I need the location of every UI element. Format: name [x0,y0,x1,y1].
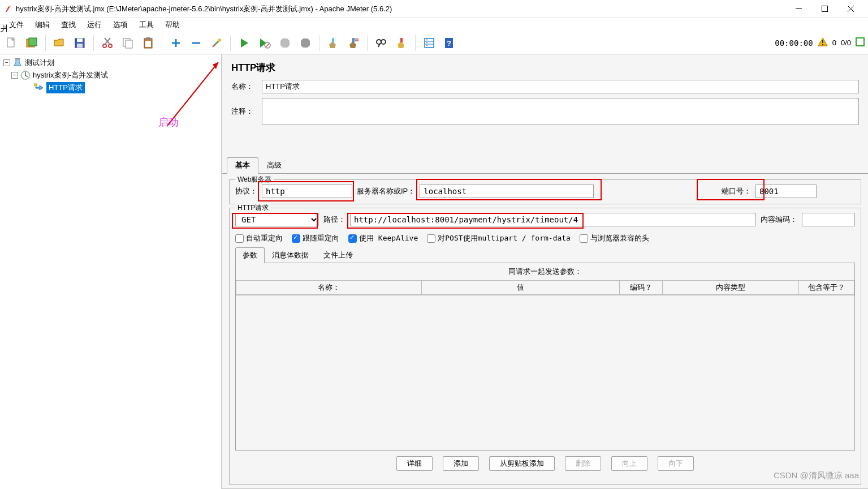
maximize-button[interactable] [811,0,837,18]
save-icon[interactable] [72,35,88,51]
btn-down[interactable]: 向下 [658,456,694,471]
expand-icon[interactable] [168,35,184,51]
annotation-start-label: 启动 [158,115,179,129]
tree-root-row[interactable]: − 测试计划 [0,57,221,69]
function-helper-icon[interactable] [421,35,437,51]
menu-help[interactable]: 帮助 [159,18,185,32]
menu-run[interactable]: 运行 [81,18,107,32]
svg-point-22 [218,38,221,42]
tree-group-row[interactable]: − hystrix案例-高并发测试 [0,69,221,82]
test-plan-icon [12,58,23,68]
itab-body[interactable]: 消息体数据 [265,247,316,263]
comment-input[interactable] [262,98,859,125]
thread-count: 0/0 [841,38,851,47]
toggle-icon[interactable] [209,35,224,51]
stop-button[interactable] [277,35,293,51]
help-icon[interactable]: ? [442,35,457,51]
start-no-pause-button[interactable] [257,35,273,51]
menu-tools[interactable]: 工具 [133,18,159,32]
params-title: 同请求一起发送参数： [236,263,854,280]
path-label: 路径： [323,215,346,225]
col-value[interactable]: 值 [421,281,619,295]
menubar: 文件 编辑 查找 运行 选项 工具 帮助 [0,18,868,32]
btn-add[interactable]: 添加 [443,456,479,471]
svg-point-40 [822,44,823,45]
server-input[interactable] [420,185,594,198]
button-row: 详细 添加 从剪贴板添加 删除 向上 向下 [235,451,855,479]
svg-rect-26 [352,38,355,42]
cb-autoredirect[interactable] [235,234,244,243]
params-body[interactable] [236,295,854,450]
menu-search[interactable]: 查找 [55,18,81,32]
port-label: 端口号： [722,186,751,196]
col-name[interactable]: 名称： [236,281,422,295]
minimize-button[interactable] [785,0,811,18]
server-label: 服务器名称或IP： [357,186,415,196]
toolbar-status: 00:00:00 0 0/0 [775,37,865,48]
clear-icon[interactable] [325,35,341,51]
svg-rect-17 [146,37,150,40]
tree-http-row[interactable]: HTTP请求 [0,82,221,94]
col-encode[interactable]: 编码？ [619,281,663,295]
encoding-label: 内容编码： [761,215,797,225]
itab-files[interactable]: 文件上传 [316,247,360,263]
app-feather-icon [5,5,12,13]
svg-point-10 [103,44,106,48]
encoding-input[interactable] [802,213,855,226]
menu-edit[interactable]: 编辑 [29,18,55,32]
path-input[interactable] [350,213,756,226]
close-button[interactable] [837,0,863,18]
window-title: hystrix案例-高并发测试.jmx (E:\JMeter\apache-jm… [16,4,785,14]
tab-advanced[interactable]: 高级 [258,157,290,174]
tree-toggle-icon[interactable]: − [11,72,18,79]
svg-rect-1 [822,6,827,12]
svg-rect-31 [425,38,434,48]
btn-detail[interactable]: 详细 [396,456,433,471]
menu-options[interactable]: 选项 [107,18,133,32]
tree-toggle-icon[interactable]: − [3,59,10,66]
cb-browser[interactable] [580,234,588,243]
btn-up[interactable]: 向上 [611,456,647,471]
params-table: 名称： 值 编码？ 内容类型 包含等于？ [236,280,854,295]
cb-multipart[interactable] [427,234,435,243]
itab-params[interactable]: 参数 [235,247,265,263]
method-select[interactable]: GET [235,213,319,226]
protocol-input[interactable] [262,185,352,198]
warning-indicator[interactable] [818,37,828,48]
collapse-icon[interactable] [188,35,204,51]
svg-point-27 [377,40,381,44]
cb-followredirect[interactable] [292,234,300,243]
col-ctype[interactable]: 内容类型 [663,281,798,295]
run-indicator-icon [856,37,865,48]
cut-icon[interactable] [100,35,115,51]
btn-clipboard[interactable]: 从剪贴板添加 [489,456,555,471]
search-icon[interactable] [373,35,389,51]
new-icon[interactable] [3,35,19,51]
svg-rect-15 [126,40,132,48]
svg-point-11 [109,44,112,48]
window-titlebar: hystrix案例-高并发测试.jmx (E:\JMeter\apache-jm… [0,0,868,18]
tree-root-label: 测试计划 [25,58,54,68]
content-header: HTTP请求 名称： 注释： [222,54,868,132]
cb-keepalive[interactable] [348,234,357,243]
fieldset-webserver: Web服务器 协议： 服务器名称或IP： 端口号： [229,179,861,204]
col-include[interactable]: 包含等于？ [798,281,854,295]
cb-followredirect-label: 跟随重定向 [303,233,339,243]
templates-icon[interactable] [24,35,40,51]
open-icon[interactable] [51,35,67,51]
name-label: 名称： [231,82,262,92]
copy-icon[interactable] [120,35,136,51]
paste-icon[interactable] [140,35,156,51]
tree-group-label: hystrix案例-高并发测试 [33,70,108,80]
protocol-label: 协议： [235,186,257,196]
port-input[interactable] [755,185,817,198]
inner-tabs: 参数 消息体数据 文件上传 [235,247,855,263]
name-input[interactable] [262,80,859,93]
reset-search-icon[interactable] [394,35,409,51]
shutdown-button[interactable] [297,35,313,51]
svg-rect-9 [77,44,83,48]
start-button[interactable] [236,35,252,51]
tab-basic[interactable]: 基本 [227,157,258,174]
clear-all-icon[interactable] [346,35,361,51]
btn-delete[interactable]: 删除 [565,456,601,471]
